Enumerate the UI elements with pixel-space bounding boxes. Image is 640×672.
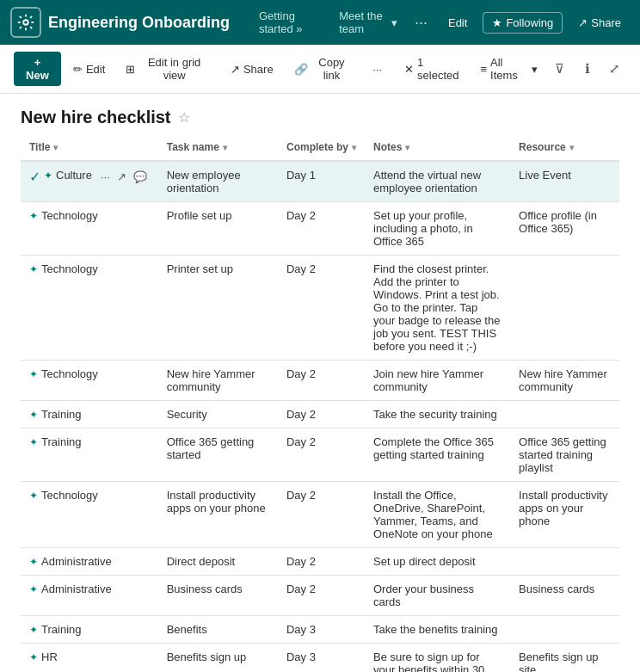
- col-header-notes[interactable]: Notes ▾: [365, 134, 510, 161]
- cell-task: New hire Yammer community: [158, 361, 278, 401]
- nav-links: Getting started » Meet the team ▾ ···: [250, 4, 433, 40]
- table-container: Title ▾ Task name ▾ Complete by ▾: [0, 134, 640, 672]
- title-text: Administrative: [41, 583, 112, 595]
- all-items-button[interactable]: ≡ All Items ▾: [473, 52, 545, 85]
- star-icon: ★: [492, 16, 502, 29]
- table-row[interactable]: ✦ Administrative Business cardsDay 2Orde…: [21, 576, 619, 616]
- copy-link-button[interactable]: 🔗 Copy link: [286, 52, 361, 86]
- table-row[interactable]: ✦ HR Benefits sign upDay 3Be sure to sig…: [21, 644, 619, 673]
- cell-title: ✦ HR: [21, 644, 158, 673]
- favorite-star-icon[interactable]: ☆: [178, 109, 190, 126]
- svg-point-0: [23, 20, 28, 25]
- filter-button[interactable]: ⊽: [548, 56, 572, 82]
- category-icon: ✦: [29, 263, 38, 275]
- sort-notes-icon: ▾: [405, 143, 409, 152]
- category-icon: ✦: [29, 436, 38, 448]
- share-button[interactable]: ↗ Share: [222, 59, 282, 80]
- col-header-title[interactable]: Title ▾: [21, 134, 158, 161]
- info-button[interactable]: ℹ: [575, 56, 600, 82]
- row-share-icon[interactable]: ↗: [115, 169, 128, 185]
- cell-notes: Find the closest printer. Add the printe…: [365, 256, 510, 361]
- edit-button[interactable]: ✏ Edit: [65, 59, 114, 80]
- checklist-table: Title ▾ Task name ▾ Complete by ▾: [21, 134, 619, 672]
- top-navigation: Engineering Onboarding Getting started »…: [0, 0, 640, 45]
- cell-task: Install productivity apps on your phone: [158, 482, 278, 548]
- table-row[interactable]: ✦ Technology New hire Yammer communityDa…: [21, 361, 619, 401]
- cell-resource: Business cards: [510, 576, 619, 616]
- edit-grid-button[interactable]: ⊞ Edit in grid view: [117, 52, 218, 86]
- chevron-down-icon: ▾: [391, 16, 397, 29]
- cell-complete: Day 1: [278, 161, 365, 202]
- more-nav-icon[interactable]: ···: [409, 10, 433, 35]
- category-icon: ✦: [29, 624, 38, 636]
- title-text: Technology: [41, 209, 98, 222]
- title-text: Technology: [41, 367, 98, 380]
- new-button[interactable]: + New: [14, 52, 61, 86]
- close-icon[interactable]: ✕: [404, 63, 414, 76]
- cell-resource: [510, 616, 619, 644]
- table-header-row: Title ▾ Task name ▾ Complete by ▾: [21, 134, 619, 161]
- cell-notes: Be sure to sign up for your benefits wit…: [365, 644, 510, 673]
- title-text: Training: [41, 408, 81, 421]
- category-icon: ✦: [44, 170, 52, 182]
- cell-title: ✦ Technology: [21, 256, 158, 361]
- cell-task: Printer set up: [158, 256, 278, 361]
- col-header-complete[interactable]: Complete by ▾: [278, 134, 365, 161]
- title-text: HR: [41, 650, 58, 663]
- table-row[interactable]: ✦ Administrative Direct depositDay 2Set …: [21, 548, 619, 576]
- cell-complete: Day 2: [278, 361, 365, 401]
- cell-complete: Day 2: [278, 576, 365, 616]
- cell-title: ✦ Training: [21, 428, 158, 482]
- expand-button[interactable]: ⤢: [602, 56, 626, 82]
- cell-resource: Office 365 getting started training play…: [510, 428, 619, 482]
- category-icon: ✦: [29, 583, 38, 595]
- cell-notes: Attend the virtual new employee orientat…: [365, 161, 510, 202]
- col-header-resource[interactable]: Resource ▾: [510, 134, 619, 161]
- cell-title: ✦ Technology: [21, 482, 158, 548]
- filter-icon: ≡: [480, 63, 487, 76]
- cell-resource: Install productivity apps on your phone: [510, 482, 619, 548]
- cell-notes: Set up direct deposit: [365, 548, 510, 576]
- getting-started-link[interactable]: Getting started »: [250, 4, 327, 40]
- cell-complete: Day 2: [278, 548, 365, 576]
- table-row[interactable]: ✦ Technology Install productivity apps o…: [21, 482, 619, 548]
- cell-notes: Take the benefits training: [365, 616, 510, 644]
- col-header-task[interactable]: Task name ▾: [158, 134, 278, 161]
- table-row[interactable]: ✓ ✦ Culture ··· ↗ 💬 New employee orienta…: [21, 161, 619, 202]
- page-title: New hire checklist: [21, 108, 171, 127]
- meet-the-team-link[interactable]: Meet the team ▾: [330, 4, 406, 40]
- category-icon: ✦: [29, 409, 38, 421]
- cell-title: ✦ Administrative: [21, 548, 158, 576]
- cell-complete: Day 2: [278, 256, 365, 361]
- cell-task: Direct deposit: [158, 548, 278, 576]
- title-text: Training: [41, 435, 81, 448]
- title-text: Training: [41, 623, 81, 636]
- table-row[interactable]: ✦ Training SecurityDay 2Take the securit…: [21, 401, 619, 428]
- cell-complete: Day 2: [278, 428, 365, 482]
- cell-notes: Complete the Office 365 getting started …: [365, 428, 510, 482]
- cell-resource: Benefits sign up site: [510, 644, 619, 673]
- category-icon: ✦: [29, 368, 38, 380]
- edit-nav-button[interactable]: Edit: [440, 12, 476, 34]
- table-row[interactable]: ✦ Training Office 365 getting startedDay…: [21, 428, 619, 482]
- cell-task: Benefits sign up: [158, 644, 278, 673]
- cell-title: ✦ Technology: [21, 361, 158, 401]
- cell-task: Business cards: [158, 576, 278, 616]
- table-row[interactable]: ✦ Technology Profile set upDay 2Set up y…: [21, 202, 619, 256]
- sort-task-icon: ▾: [223, 143, 227, 152]
- table-row[interactable]: ✦ Technology Printer set upDay 2Find the…: [21, 256, 619, 361]
- cell-resource: New hire Yammer community: [510, 361, 619, 401]
- share-cmd-icon: ↗: [231, 63, 240, 76]
- table-row[interactable]: ✦ Training BenefitsDay 3Take the benefit…: [21, 616, 619, 644]
- share-icon: ↗: [578, 16, 588, 29]
- row-comment-icon[interactable]: 💬: [132, 169, 149, 185]
- cell-notes: Install the Office, OneDrive, SharePoint…: [365, 482, 510, 548]
- following-button[interactable]: ★ Following: [483, 12, 563, 34]
- cell-notes: Join new hire Yammer community: [365, 361, 510, 401]
- title-text: Technology: [41, 262, 98, 275]
- row-more-icon[interactable]: ···: [99, 169, 112, 185]
- share-nav-button[interactable]: ↗ Share: [569, 12, 630, 34]
- more-cmd-button[interactable]: ···: [364, 59, 391, 80]
- cell-notes: Take the security training: [365, 401, 510, 428]
- page-header: New hire checklist ☆: [0, 94, 640, 134]
